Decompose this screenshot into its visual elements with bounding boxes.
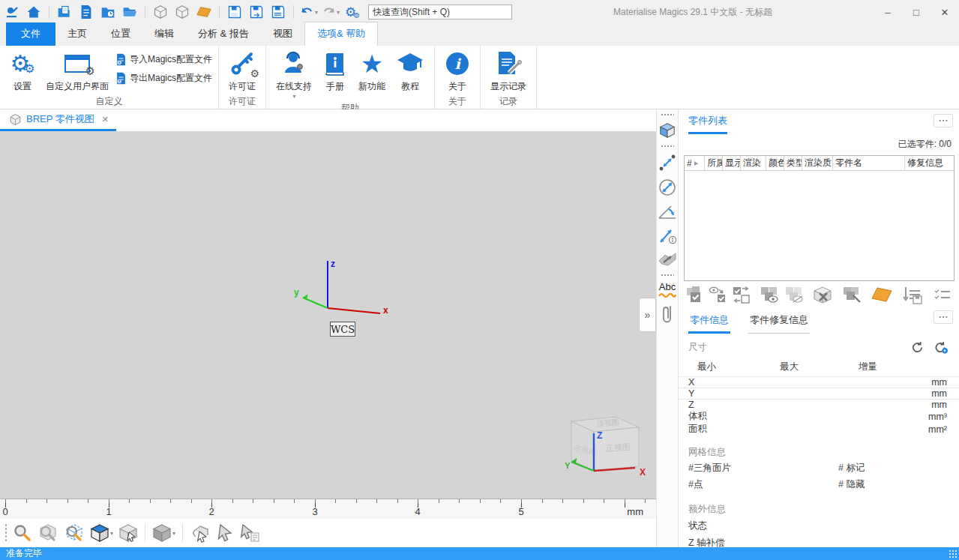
tab-options-help[interactable]: 选项& 帮助 bbox=[304, 22, 378, 46]
close-button[interactable]: ✕ bbox=[931, 1, 959, 22]
tab-home[interactable]: 主页 bbox=[55, 22, 99, 46]
customize-ui-button[interactable]: ⚙ 自定义用户界面 bbox=[42, 47, 112, 94]
platform-button[interactable] bbox=[195, 3, 213, 21]
tab-file[interactable]: 文件 bbox=[6, 22, 55, 46]
parts-list-more-button[interactable]: ⋯ bbox=[934, 114, 953, 127]
attachment-button[interactable] bbox=[661, 304, 674, 326]
minimize-button[interactable]: – bbox=[874, 1, 902, 22]
measure-distance-button[interactable] bbox=[658, 153, 676, 172]
settings-button[interactable]: ⚙⚙ 设置 bbox=[6, 47, 39, 94]
measure-info-button[interactable] bbox=[658, 226, 677, 245]
redo-button[interactable]: ▾ bbox=[322, 3, 340, 21]
strip-drag-handle[interactable] bbox=[661, 113, 674, 116]
invert-selection-button[interactable] bbox=[732, 286, 751, 304]
select-parts-button[interactable] bbox=[685, 286, 704, 304]
redo-dropdown-caret[interactable]: ▾ bbox=[337, 9, 340, 16]
measure-angle-button[interactable] bbox=[658, 202, 677, 220]
fit-view-button[interactable] bbox=[658, 121, 676, 139]
col-repair-info[interactable]: 修复信息 bbox=[905, 156, 954, 170]
undo-button[interactable]: ▾ bbox=[300, 3, 318, 21]
wire-cube-button[interactable] bbox=[173, 3, 191, 21]
import-profile-button[interactable]: 导入Magics配置文件 bbox=[115, 53, 212, 66]
render-mode-button[interactable]: ▾ bbox=[152, 523, 175, 543]
platform-icon bbox=[196, 4, 212, 19]
col-index[interactable]: # bbox=[685, 156, 705, 170]
viewport-tab-close-icon[interactable]: ✕ bbox=[102, 115, 109, 124]
home-button[interactable] bbox=[25, 3, 43, 21]
col-belongs[interactable]: 所属 bbox=[705, 156, 723, 170]
log-document-icon bbox=[494, 50, 523, 77]
tab-analyze-report[interactable]: 分析 & 报告 bbox=[186, 22, 261, 46]
tab-edit[interactable]: 编辑 bbox=[142, 22, 186, 46]
save-parts-button[interactable] bbox=[269, 3, 287, 21]
select-through-button[interactable] bbox=[190, 523, 211, 543]
nav-cube[interactable]: 顶视图 左视图 正视图 Z X Y bbox=[564, 406, 652, 481]
wire-sphere-button[interactable] bbox=[151, 3, 169, 21]
annotation-button[interactable]: Abc bbox=[658, 282, 676, 298]
toolbar-drag-handle[interactable] bbox=[4, 523, 7, 543]
select-items-button[interactable] bbox=[216, 523, 234, 543]
new-project-button[interactable] bbox=[55, 3, 73, 21]
parts-list-tab[interactable]: 零件列表 bbox=[688, 114, 727, 134]
quick-settings-button[interactable]: ⚙⚙ bbox=[343, 3, 361, 21]
col-part-name[interactable]: 零件名 bbox=[833, 156, 905, 170]
tutorials-button[interactable]: 教程 bbox=[392, 47, 428, 101]
export-list-button[interactable] bbox=[902, 285, 923, 304]
select-list-button[interactable] bbox=[239, 523, 260, 543]
view-orientation-button[interactable]: ▾ bbox=[90, 523, 113, 543]
export-profile-button[interactable]: 导出Magics配置文件 bbox=[115, 72, 212, 85]
open-folder-button[interactable] bbox=[121, 3, 139, 21]
toolbar-separator bbox=[293, 5, 294, 19]
col-type[interactable]: 类型 bbox=[784, 156, 802, 170]
part-info-more-button[interactable]: ⋯ bbox=[934, 310, 953, 324]
tab-position[interactable]: 位置 bbox=[99, 22, 142, 46]
viewport-tab-brep[interactable]: BREP 零件视图 ✕ bbox=[0, 109, 116, 131]
manual-button[interactable]: 手册 bbox=[319, 47, 352, 101]
toggle-visibility-button[interactable] bbox=[709, 286, 727, 304]
save-project-button[interactable] bbox=[226, 3, 244, 21]
tab-view[interactable]: 视图 bbox=[261, 22, 304, 46]
save-as-button[interactable] bbox=[247, 3, 265, 21]
part-repair-info-tab[interactable]: 零件修复信息 bbox=[748, 313, 810, 334]
window-title: Materialise Magics 29.1 中文版 - 无标题 bbox=[512, 6, 874, 19]
undo-dropdown-caret[interactable]: ▾ bbox=[315, 9, 318, 16]
quick-search-input[interactable] bbox=[368, 4, 512, 19]
parts-table[interactable]: # 所属 显示 渲染 颜色 类型 渲染质 零件名 修复信息 bbox=[684, 155, 955, 281]
measure-on-part-button[interactable] bbox=[658, 250, 677, 268]
viewport-canvas[interactable]: z x y WCS 顶视图 左视图 正视图 Z bbox=[0, 132, 656, 499]
about-button[interactable]: i 关于 bbox=[441, 47, 474, 94]
resize-grip[interactable] bbox=[949, 550, 958, 559]
parts-table-body[interactable] bbox=[685, 171, 954, 280]
view-orientation-caret[interactable]: ▾ bbox=[110, 530, 113, 537]
strip-drag-handle[interactable] bbox=[661, 274, 674, 277]
show-parts-button[interactable] bbox=[760, 286, 780, 304]
col-render-quality[interactable]: 渲染质 bbox=[802, 156, 833, 170]
col-render[interactable]: 渲染 bbox=[741, 156, 766, 170]
zoom-selection-button[interactable] bbox=[64, 523, 85, 543]
platform-scene-button[interactable] bbox=[871, 286, 893, 304]
delete-part-button[interactable] bbox=[814, 286, 833, 304]
group-log: 显示记录 记录 bbox=[481, 46, 537, 109]
license-button[interactable]: ⚙ 许可证 bbox=[225, 47, 259, 94]
col-color[interactable]: 颜色 bbox=[766, 156, 784, 170]
online-support-button[interactable]: 在线支持 ▾ bbox=[272, 47, 316, 101]
recent-files-button[interactable] bbox=[99, 3, 117, 21]
new-features-button[interactable]: ★ 新功能 bbox=[355, 47, 389, 101]
auto-refresh-icon[interactable] bbox=[934, 341, 949, 354]
pick-part-button[interactable] bbox=[842, 286, 862, 304]
hide-parts-button[interactable] bbox=[784, 286, 805, 304]
measure-radius-button[interactable] bbox=[658, 178, 677, 197]
zoom-button[interactable] bbox=[13, 523, 32, 543]
strip-drag-handle[interactable] bbox=[661, 145, 674, 148]
col-visible[interactable]: 显示 bbox=[723, 156, 741, 170]
refresh-icon[interactable] bbox=[911, 341, 924, 354]
show-log-button[interactable]: 显示记录 bbox=[487, 47, 530, 94]
zoom-fit-button[interactable] bbox=[37, 523, 58, 543]
panel-collapse-button[interactable]: » bbox=[639, 298, 656, 332]
compact-list-view-button[interactable] bbox=[934, 288, 952, 301]
render-mode-caret[interactable]: ▾ bbox=[172, 530, 175, 537]
maximize-button[interactable]: □ bbox=[902, 1, 931, 22]
import-part-button[interactable] bbox=[77, 3, 95, 21]
view-pick-button[interactable] bbox=[118, 523, 138, 543]
part-info-tab[interactable]: 零件信息 bbox=[688, 313, 730, 334]
